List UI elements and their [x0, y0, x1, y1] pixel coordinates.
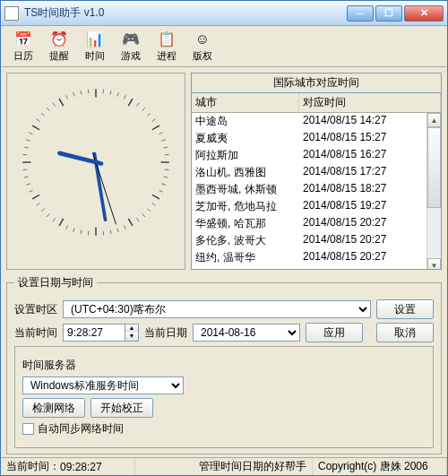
col-city[interactable]: 城市 — [192, 93, 299, 112]
svg-line-55 — [59, 99, 64, 106]
process-icon: 📋 — [158, 30, 176, 48]
table-row[interactable]: 夏威夷2014/08/15 15:27 — [192, 130, 441, 147]
scroll-up-icon[interactable]: ▲ — [427, 113, 441, 127]
close-button[interactable]: ✕ — [404, 5, 444, 22]
datetime-settings: 设置日期与时间 设置时区 (UTC+04:30)喀布尔 设置 当前时间 ▲▼ 当… — [6, 275, 442, 454]
svg-line-20 — [152, 195, 159, 199]
table-row[interactable]: 纽约, 温哥华2014/08/15 20:27 — [192, 249, 441, 266]
maximize-button[interactable]: ☐ — [375, 5, 402, 22]
svg-line-51 — [37, 119, 40, 122]
time-server-select[interactable]: Windows标准服务时间 — [22, 376, 184, 394]
svg-line-18 — [161, 184, 165, 185]
date-select[interactable]: 2014-08-16 — [193, 324, 300, 342]
svg-line-38 — [41, 209, 44, 212]
svg-line-27 — [117, 228, 118, 231]
toolbar-label: 提醒 — [49, 49, 69, 63]
svg-line-50 — [32, 125, 39, 130]
toolbar-process[interactable]: 📋进程 — [150, 29, 184, 65]
table-row[interactable]: 多伦多, 波哥大2014/08/15 20:27 — [192, 232, 441, 249]
toolbar-game[interactable]: 🎮游戏 — [114, 29, 148, 65]
svg-line-28 — [110, 230, 111, 235]
toolbar-reminder[interactable]: ⏰提醒 — [42, 29, 76, 65]
toolbar-label: 时间 — [85, 49, 105, 63]
scroll-down-icon[interactable]: ▼ — [427, 258, 441, 269]
statusbar: 当前时间：09:28:27 管理时间日期的好帮手 Copyright(c) 唐姝… — [1, 457, 447, 475]
svg-line-7 — [142, 108, 145, 110]
svg-line-56 — [66, 95, 68, 99]
set-timezone-button[interactable]: 设置 — [376, 299, 434, 319]
scrollbar[interactable]: ▲ ▼ — [426, 113, 441, 269]
cancel-button[interactable]: 取消 — [376, 323, 434, 342]
svg-line-9 — [151, 119, 155, 122]
svg-line-47 — [24, 147, 29, 148]
table-row[interactable]: 华盛顿, 哈瓦那2014/08/15 20:27 — [192, 215, 441, 232]
svg-line-23 — [142, 213, 145, 216]
time-server-label: 时间服务器 — [22, 358, 76, 373]
table-row[interactable]: 阿拉斯加2014/08/15 16:27 — [192, 147, 441, 164]
cell-city: 中途岛 — [192, 113, 299, 130]
calendar-icon: 📅 — [14, 30, 32, 48]
svg-line-2 — [110, 91, 111, 95]
scroll-thumb[interactable] — [427, 127, 441, 208]
status-time-value: 09:28:27 — [60, 461, 102, 473]
svg-line-13 — [164, 147, 168, 148]
col-time[interactable]: 对应时间 — [299, 93, 441, 112]
svg-line-12 — [161, 140, 165, 141]
current-date-label: 当前日期 — [144, 325, 187, 341]
cell-city: 阿拉斯加 — [192, 147, 299, 164]
auto-sync-checkbox[interactable]: 自动同步网络时间 — [22, 421, 426, 437]
check-network-button[interactable]: 检测网络 — [22, 398, 85, 418]
apply-button[interactable]: 应用 — [306, 323, 363, 342]
svg-line-42 — [26, 184, 30, 185]
reminder-icon: ⏰ — [50, 30, 68, 48]
svg-line-33 — [73, 228, 74, 231]
titlebar: TS时间助手 v1.0 ─ ☐ ✕ — [1, 1, 447, 26]
svg-line-41 — [29, 190, 32, 192]
svg-line-37 — [47, 213, 49, 216]
checkbox-icon[interactable] — [22, 423, 34, 435]
svg-line-4 — [124, 95, 125, 99]
table-row[interactable]: 洛山机, 西雅图2014/08/15 17:27 — [192, 164, 441, 181]
svg-line-52 — [41, 113, 44, 116]
cell-city: 芝加哥, 危地马拉 — [192, 198, 299, 215]
toolbar-calendar[interactable]: 📅日历 — [6, 29, 40, 65]
cell-city: 多伦多, 波哥大 — [192, 232, 299, 249]
city-time-title: 国际城市对应时间 — [192, 74, 441, 93]
svg-line-6 — [136, 103, 139, 107]
toolbar-time[interactable]: 📊时间 — [78, 29, 112, 65]
analog-clock — [6, 73, 185, 270]
cell-city: 洛山机, 西雅图 — [192, 164, 299, 181]
svg-line-3 — [117, 92, 118, 96]
table-row[interactable]: 芝加哥, 危地马拉2014/08/15 19:27 — [192, 198, 441, 215]
time-spinner[interactable]: ▲▼ — [63, 324, 139, 342]
start-sync-button[interactable]: 开始校正 — [90, 398, 153, 418]
cell-time: 2014/08/15 20:27 — [299, 215, 441, 232]
svg-line-40 — [32, 195, 39, 199]
cell-city: 里约热内卢, 圣保罗 — [192, 266, 299, 269]
time-input[interactable] — [63, 324, 125, 342]
svg-line-54 — [53, 103, 56, 107]
minimize-button[interactable]: ─ — [347, 5, 374, 22]
svg-line-32 — [81, 230, 82, 235]
table-row[interactable]: 墨西哥城, 休斯顿2014/08/15 18:27 — [192, 181, 441, 198]
cell-time: 2014/08/15 16:27 — [299, 147, 441, 164]
window-title: TS时间助手 v1.0 — [24, 5, 347, 21]
cell-time: 2014/08/15 20:27 — [299, 249, 441, 266]
toolbar-label: 日历 — [13, 49, 33, 63]
svg-line-49 — [29, 133, 32, 134]
spin-up-icon[interactable]: ▲ — [125, 325, 138, 333]
svg-line-43 — [24, 177, 29, 177]
spin-down-icon[interactable]: ▼ — [125, 333, 138, 341]
app-icon — [4, 6, 19, 21]
cell-city: 墨西哥城, 休斯顿 — [192, 181, 299, 198]
table-row[interactable]: 里约热内卢, 圣保罗2014/08/15 21:27 — [192, 266, 441, 269]
table-row[interactable]: 中途岛2014/08/15 14:27 — [192, 113, 441, 130]
toolbar-copyright[interactable]: ☺版权 — [185, 29, 220, 65]
status-copyright: Copyright(c) 唐姝 2006 — [318, 459, 428, 474]
game-icon: 🎮 — [122, 30, 140, 48]
svg-line-21 — [151, 203, 155, 205]
toolbar: 📅日历⏰提醒📊时间🎮游戏📋进程☺版权 — [1, 26, 447, 67]
cell-time: 2014/08/15 21:27 — [299, 266, 441, 269]
timezone-select[interactable]: (UTC+04:30)喀布尔 — [63, 300, 371, 318]
svg-line-39 — [37, 203, 40, 205]
